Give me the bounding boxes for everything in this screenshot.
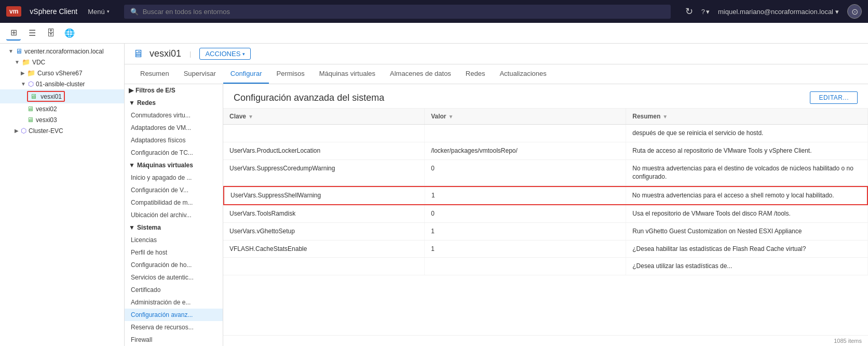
table-row: UserVars.ToolsRamdisk 0 Usa el repositor… xyxy=(223,205,868,223)
td-clave: UserVars.SuppressCoredumpWarning xyxy=(223,160,425,186)
th-valor: Valor ▼ xyxy=(425,109,626,124)
vcenter-icon: 🖥 xyxy=(16,47,22,55)
config-item-reserva-recursos[interactable]: Reserva de recursos... xyxy=(125,321,223,334)
th-valor-filter-icon[interactable]: ▼ xyxy=(448,114,453,119)
main-toolbar: ⊞ ☰ 🗄 🌐 xyxy=(0,23,868,44)
config-item-administracion[interactable]: Administración de e... xyxy=(125,296,223,309)
tab-maquinas-virtuales[interactable]: Máquinas virtuales xyxy=(312,64,383,84)
config-item-configuracion-avanz[interactable]: Configuración avanz... xyxy=(125,309,223,321)
config-item-compatibilidad[interactable]: Compatibilidad de m... xyxy=(125,196,223,209)
tab-configurar[interactable]: Configurar xyxy=(223,64,269,84)
td-clave xyxy=(223,125,425,142)
table-row: después de que se reinicia el servicio d… xyxy=(223,125,868,142)
sidebar-item-vesxi03[interactable]: 🖥 vesxi03 xyxy=(0,114,124,125)
config-item-certificado[interactable]: Certificado xyxy=(125,284,223,296)
vesxi03-host-icon: 🖥 xyxy=(27,116,34,124)
config-item-servicios-autent[interactable]: Servicios de autentic... xyxy=(125,271,223,284)
advanced-config-table: Clave ▼ Valor ▼ Resumen ▼ xyxy=(223,109,868,335)
sistema-arrow-icon: ▼ xyxy=(129,224,135,231)
th-valor-label: Valor xyxy=(431,113,446,120)
item-count: 1085 items xyxy=(223,335,868,346)
sidebar-item-vdc[interactable]: ▼ 📁 VDC xyxy=(0,57,124,68)
sidebar-item-vesxi01[interactable]: 🖥 vesxi01 xyxy=(0,89,124,103)
sidebar-item-vcenter[interactable]: ▼ 🖥 vcenter.ncoraformacion.local xyxy=(0,46,124,57)
th-clave-label: Clave xyxy=(229,113,246,120)
config-item-conmutadores[interactable]: Conmutadores virtu... xyxy=(125,109,223,122)
tab-supervisar[interactable]: Supervisar xyxy=(177,64,223,84)
toolbar-icon-globe[interactable]: 🌐 xyxy=(62,26,77,41)
sidebar-item-curso[interactable]: ▶ 📁 Curso vShere67 xyxy=(0,68,124,78)
sidebar-item-ansible-cluster[interactable]: ▼ ⬡ 01-ansible-cluster xyxy=(0,78,124,89)
menu-chevron-icon: ▾ xyxy=(107,9,110,14)
user-avatar-button[interactable]: ⊙ xyxy=(847,4,862,19)
redes-arrow-icon: ▼ xyxy=(129,99,135,107)
refresh-button[interactable]: ↻ xyxy=(685,6,693,17)
config-section-sistema[interactable]: ▼ Sistema xyxy=(125,221,223,234)
config-section-redes[interactable]: ▼ Redes xyxy=(125,97,223,109)
main-layout: ▼ 🖥 vcenter.ncoraformacion.local ▼ 📁 VDC… xyxy=(0,44,868,346)
cluster-evc-icon: ⬡ xyxy=(21,127,26,135)
th-resumen-filter-icon[interactable]: ▼ xyxy=(662,114,668,119)
th-clave-filter-icon[interactable]: ▼ xyxy=(248,114,253,119)
tab-resumen[interactable]: Resumen xyxy=(133,64,177,84)
sidebar-item-vesxi02-label: vesxi02 xyxy=(36,105,57,113)
host-title: vesxi01 xyxy=(150,48,181,59)
config-item-firewall[interactable]: Firewall xyxy=(125,334,223,346)
menu-button[interactable]: Menú ▾ xyxy=(88,8,110,16)
td-valor: /locker/packages/vmtoolsRepo/ xyxy=(425,142,626,159)
td-valor: 1 xyxy=(425,241,626,258)
sidebar-item-ansible-label: 01-ansible-cluster xyxy=(36,81,85,88)
vesxi01-host-icon: 🖥 xyxy=(30,92,37,100)
vesxi02-host-icon: 🖥 xyxy=(27,105,34,113)
top-navigation: vm vSphere Client Menú ▾ 🔍 Buscar en tod… xyxy=(0,0,868,23)
config-item-adaptadores-fisicos[interactable]: Adaptadores físicos xyxy=(125,134,223,147)
content-area: 🖥 vesxi01 | ACCIONES ▾ Resumen Supervisa… xyxy=(125,44,868,346)
maquinas-arrow-icon: ▼ xyxy=(129,162,135,169)
toolbar-icon-db[interactable]: 🗄 xyxy=(44,26,58,41)
tab-almacenes[interactable]: Almacenes de datos xyxy=(383,64,458,84)
toolbar-icon-list[interactable]: ☰ xyxy=(25,26,39,41)
table-row: UserVars.SuppressCoredumpWarning 0 No mu… xyxy=(223,160,868,187)
config-item-configuracion-tc[interactable]: Configuración de TC... xyxy=(125,147,223,159)
config-content-split: ▶ Filtros de E/S ▼ Redes Conmutadores vi… xyxy=(125,84,868,346)
td-resumen: Ruta de acceso al repositorio de VMware … xyxy=(626,142,868,159)
host-header: 🖥 vesxi01 | ACCIONES ▾ xyxy=(125,44,868,64)
global-search-bar[interactable]: 🔍 Buscar en todos los entornos xyxy=(124,5,671,19)
th-resumen: Resumen ▼ xyxy=(626,109,868,124)
config-section-filtros[interactable]: ▶ Filtros de E/S xyxy=(125,84,223,97)
sidebar-item-vdc-label: VDC xyxy=(32,59,45,66)
tab-redes[interactable]: Redes xyxy=(458,64,493,84)
config-section-maquinas[interactable]: ▼ Máquinas virtuales xyxy=(125,159,223,171)
host-header-icon: 🖥 xyxy=(133,48,143,60)
host-tabs: Resumen Supervisar Configurar Permisos M… xyxy=(125,64,868,84)
config-item-ubicacion[interactable]: Ubicación del archiv... xyxy=(125,209,223,221)
th-resumen-label: Resumen xyxy=(632,113,660,120)
sidebar-tree: ▼ 🖥 vcenter.ncoraformacion.local ▼ 📁 VDC… xyxy=(0,44,125,346)
config-item-licencias[interactable]: Licencias xyxy=(125,234,223,246)
th-clave: Clave ▼ xyxy=(223,109,425,124)
edit-button[interactable]: EDITAR... xyxy=(810,91,858,104)
user-menu[interactable]: miquel.mariano@ncoraformacion.local ▾ xyxy=(718,8,839,16)
td-resumen: después de que se reinicia el servicio d… xyxy=(626,125,868,142)
sidebar-item-cluster-evc[interactable]: ▶ ⬡ Cluster-EVC xyxy=(0,125,124,136)
tree-arrow-ansible: ▼ xyxy=(21,81,26,87)
td-valor: 1 xyxy=(425,187,626,204)
table-header-row: Clave ▼ Valor ▼ Resumen ▼ xyxy=(223,109,868,125)
toolbar-icon-grid[interactable]: ⊞ xyxy=(6,26,21,41)
td-valor: 1 xyxy=(425,223,626,240)
config-item-configuracion-v[interactable]: Configuración de V... xyxy=(125,184,223,196)
config-item-configuracion-ho[interactable]: Configuración de ho... xyxy=(125,259,223,271)
sidebar-item-vesxi02[interactable]: 🖥 vesxi02 xyxy=(0,103,124,114)
search-icon: 🔍 xyxy=(130,8,139,16)
help-chevron-icon: ▾ xyxy=(706,8,710,16)
config-item-adaptadores-vm[interactable]: Adaptadores de VM... xyxy=(125,122,223,134)
tab-permisos[interactable]: Permisos xyxy=(269,64,311,84)
td-resumen: ¿Desea habilitar las estadísticas de Fla… xyxy=(626,241,868,258)
help-button[interactable]: ? ▾ xyxy=(701,8,710,16)
sidebar-item-vesxi01-label: vesxi01 xyxy=(40,93,62,100)
config-item-inicio-apagado[interactable]: Inicio y apagado de ... xyxy=(125,171,223,184)
config-item-perfil-host[interactable]: Perfil de host xyxy=(125,246,223,259)
tab-actualizaciones[interactable]: Actualizaciones xyxy=(492,64,553,84)
td-clave: UserVars.vGhettoSetup xyxy=(223,223,425,240)
actions-button[interactable]: ACCIONES ▾ xyxy=(199,48,251,60)
